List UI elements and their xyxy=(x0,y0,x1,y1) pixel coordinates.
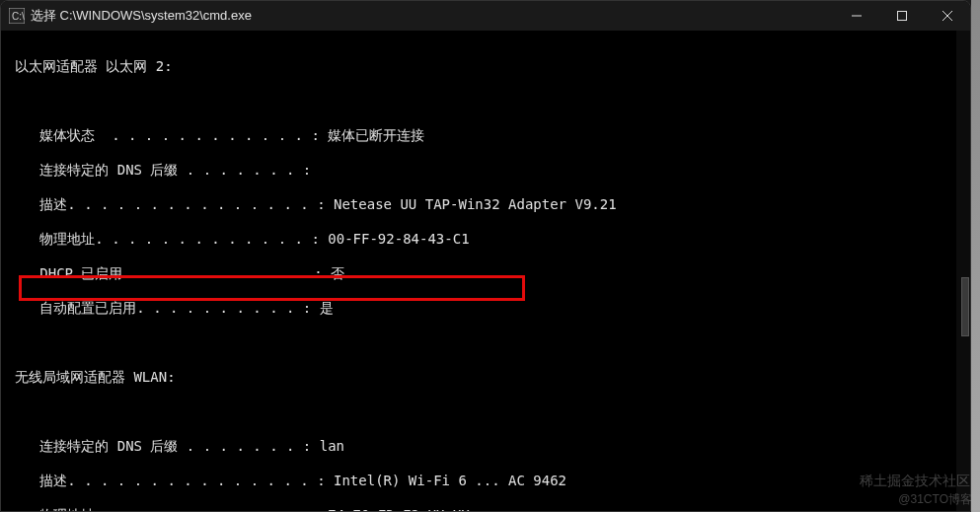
titlebar[interactable]: C:\ 选择 C:\WINDOWS\system32\cmd.exe xyxy=(1,1,970,31)
adapter-header-wlan: 无线局域网适配器 WLAN: xyxy=(15,369,956,387)
minimize-button[interactable] xyxy=(834,1,879,31)
output-row: 连接特定的 DNS 后缀 . . . . . . . : xyxy=(15,162,956,180)
output-row: 媒体状态 . . . . . . . . . . . . : 媒体已断开连接 xyxy=(15,127,956,145)
scrollbar-thumb[interactable] xyxy=(961,277,969,336)
background-edge xyxy=(971,0,980,512)
blank-line xyxy=(15,403,956,421)
output-row: 描述. . . . . . . . . . . . . . . : Neteas… xyxy=(15,196,956,214)
blank-line xyxy=(15,93,956,110)
output-row: DHCP 已启用 . . . . . . . . . . . : 否 xyxy=(15,265,956,283)
cmd-window: C:\ 选择 C:\WINDOWS\system32\cmd.exe 以太网适配… xyxy=(0,0,971,512)
close-button[interactable] xyxy=(925,1,970,31)
scrollbar[interactable] xyxy=(956,31,970,511)
blank-line xyxy=(15,334,956,352)
output-row: 描述. . . . . . . . . . . . . . . : Intel(… xyxy=(15,473,956,490)
window-controls xyxy=(834,1,970,31)
output-row-mac: 物理地址. . . . . . . . . . . . . : 74-70-FD… xyxy=(15,507,956,513)
svg-rect-3 xyxy=(898,12,907,21)
window-title: 选择 C:\WINDOWS\system32\cmd.exe xyxy=(31,7,834,25)
terminal-output[interactable]: 以太网适配器 以太网 2: 媒体状态 . . . . . . . . . . .… xyxy=(1,31,970,511)
output-row: 自动配置已启用. . . . . . . . . . : 是 xyxy=(15,300,956,318)
svg-text:C:\: C:\ xyxy=(12,11,25,22)
output-row: 物理地址. . . . . . . . . . . . . : 00-FF-92… xyxy=(15,231,956,249)
adapter-header-ethernet: 以太网适配器 以太网 2: xyxy=(15,58,956,76)
maximize-button[interactable] xyxy=(879,1,925,31)
output-row: 连接特定的 DNS 后缀 . . . . . . . : lan xyxy=(15,438,956,456)
cmd-icon: C:\ xyxy=(9,8,25,24)
